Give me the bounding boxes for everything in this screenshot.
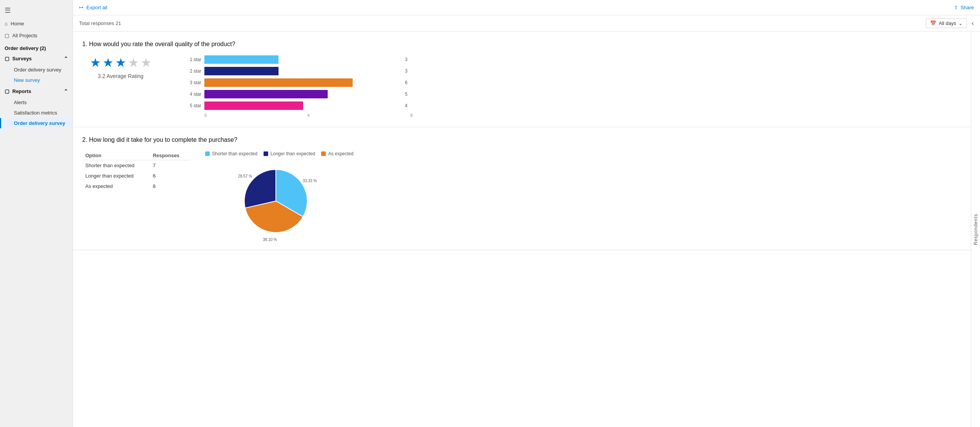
legend-dot [321, 151, 326, 156]
axis-8: 8 [410, 113, 413, 118]
bar-track [204, 78, 402, 87]
table-cell-option: As expected [82, 181, 150, 191]
bar-value: 3 [405, 68, 413, 74]
axis-0: 0 [204, 113, 207, 118]
question-2-section: 2. How long did it take for you to compl… [73, 127, 971, 250]
pie-chart-wrapper: 33.33 %38.10 %28.57 % [229, 163, 329, 241]
surveys-section-header[interactable]: ▢ Surveys ⌃ [0, 53, 73, 65]
avg-rating: 3.2 Average Rating [98, 73, 144, 79]
export-all-label: Export all [86, 5, 107, 10]
star-5: ★ [141, 55, 152, 70]
question-1-title: 1. How would you rate the overall qualit… [82, 41, 962, 48]
pie-percent-label: 28.57 % [238, 174, 252, 178]
sidebar-item-home[interactable]: ⌂ Home [0, 18, 73, 30]
respondents-sidebar[interactable]: Respondents [971, 32, 980, 427]
bar-track [204, 101, 402, 110]
legend-item: As expected [321, 151, 353, 156]
share-label: Share [960, 5, 974, 10]
legend-dot [264, 151, 268, 156]
table-cell-responses: 8 [150, 181, 190, 191]
surveys-icon: ▢ [5, 56, 9, 61]
legend-label: As expected [328, 151, 353, 156]
order-delivery-label: Order delivery (2) [0, 42, 73, 53]
col-responses: Responses [150, 151, 190, 160]
reports-section-header[interactable]: ▢ Reports ⌃ [0, 85, 73, 97]
bar-fill [204, 90, 328, 98]
pie-percent-label: 33.33 % [303, 179, 317, 183]
share-button[interactable]: ⇧ Share [954, 5, 974, 10]
question-2-title: 2. How long did it take for you to compl… [82, 136, 962, 143]
reports-section-left: ▢ Reports [5, 88, 31, 94]
stars-display: ★ ★ ★ ★ ★ 3.2 Average Rating [82, 55, 159, 79]
sidebar-item-order-delivery-survey[interactable]: Order delivery survey [0, 65, 73, 75]
stars-row: ★ ★ ★ ★ ★ [90, 55, 152, 70]
bar-chart: 1 star32 star33 star64 star55 star4 0 4 … [182, 55, 413, 118]
bar-label: 1 star [182, 57, 201, 62]
pie-table: Option Responses Shorter than expected7L… [82, 151, 190, 191]
bar-row: 4 star5 [182, 90, 413, 98]
table-row: Shorter than expected7 [82, 160, 190, 171]
legend-label: Shorter than expected [212, 151, 257, 156]
legend-dot [205, 151, 210, 156]
sidebar-item-order-delivery-survey-report[interactable]: Order delivery survey [0, 118, 73, 128]
surveys-chevron-icon: ⌃ [64, 56, 68, 61]
table-cell-responses: 7 [150, 160, 190, 171]
table-row: As expected8 [82, 181, 190, 191]
legend-item: Shorter than expected [205, 151, 257, 156]
subbar: Total responses 21 📅 All days ⌄ ‹ [73, 15, 980, 32]
pie-section: Option Responses Shorter than expected7L… [82, 151, 962, 241]
collapse-icon[interactable]: ‹ [972, 19, 974, 27]
bar-track [204, 67, 402, 75]
bar-label: 5 star [182, 103, 201, 108]
sidebar-item-alerts[interactable]: Alerts [0, 97, 73, 108]
bar-row: 3 star6 [182, 78, 413, 87]
reports-label: Reports [12, 88, 31, 94]
pie-chart: 33.33 %38.10 %28.57 % [229, 163, 329, 239]
projects-icon: ▢ [5, 33, 9, 38]
bar-value: 6 [405, 80, 413, 85]
all-days-button[interactable]: 📅 All days ⌄ [926, 18, 967, 28]
dropdown-chevron-icon: ⌄ [958, 20, 963, 26]
sidebar-item-satisfaction-metrics[interactable]: Satisfaction metrics [0, 108, 73, 118]
total-responses: Total responses 21 [79, 20, 121, 26]
bar-fill [204, 67, 279, 75]
question-1-section: 1. How would you rate the overall qualit… [73, 32, 971, 127]
star-3: ★ [115, 55, 126, 70]
bar-track [204, 55, 402, 64]
table-cell-option: Longer than expected [82, 171, 150, 181]
bar-label: 4 star [182, 91, 201, 97]
bar-fill [204, 78, 353, 87]
main-content: ↦ Export all ⇧ Share Total responses 21 … [73, 0, 980, 427]
bar-fill [204, 55, 279, 64]
reports-icon: ▢ [5, 88, 9, 94]
bar-fill [204, 101, 303, 110]
bar-axis: 0 4 8 [204, 113, 413, 118]
surveys-label: Surveys [12, 56, 32, 61]
sidebar-item-all-projects[interactable]: ▢ All Projects [0, 30, 73, 42]
pie-legend: Shorter than expectedLonger than expecte… [205, 151, 353, 156]
table-cell-option: Shorter than expected [82, 160, 150, 171]
sidebar-item-new-survey[interactable]: New survey [0, 75, 73, 85]
bar-label: 3 star [182, 80, 201, 85]
home-icon: ⌂ [5, 21, 8, 27]
pie-container: Shorter than expectedLonger than expecte… [205, 151, 353, 241]
star-4: ★ [128, 55, 139, 70]
calendar-icon: 📅 [930, 20, 936, 26]
star-2: ★ [103, 55, 114, 70]
col-option: Option [82, 151, 150, 160]
respondents-label: Respondents [973, 214, 978, 245]
reports-chevron-icon: ⌃ [64, 88, 68, 94]
legend-label: Longer than expected [270, 151, 315, 156]
star-1: ★ [90, 55, 101, 70]
table-row: Longer than expected6 [82, 171, 190, 181]
share-icon: ⇧ [954, 5, 958, 10]
axis-4: 4 [307, 113, 310, 118]
responses-table: Option Responses Shorter than expected7L… [82, 151, 190, 191]
export-all-button[interactable]: ↦ Export all [79, 5, 107, 10]
bar-row: 1 star3 [182, 55, 413, 64]
bar-value: 4 [405, 103, 413, 108]
bar-row: 5 star4 [182, 101, 413, 110]
menu-icon[interactable]: ☰ [0, 3, 73, 18]
bar-value: 5 [405, 91, 413, 97]
all-days-label: All days [939, 20, 956, 26]
